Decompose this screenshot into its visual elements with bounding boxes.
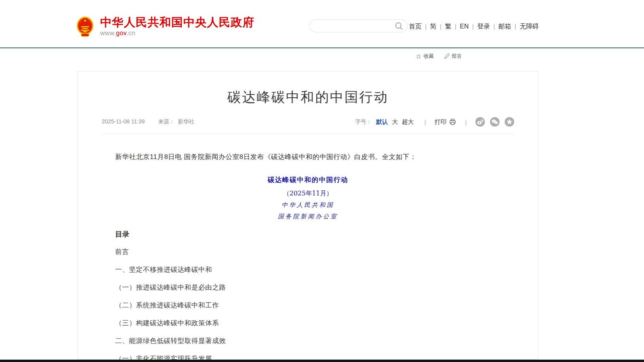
site-title: 中华人民共和国中央人民政府: [100, 16, 255, 28]
comment-label: 留言: [452, 53, 462, 60]
source-value[interactable]: 新华社: [178, 118, 194, 125]
national-emblem-icon: [76, 16, 94, 37]
site-logo-link[interactable]: 中华人民共和国中央人民政府 www.gov.cn: [76, 16, 255, 37]
font-size-default-button[interactable]: 默认: [376, 118, 388, 126]
site-url: www.gov.cn: [100, 30, 255, 37]
document-title: 碳达峰碳中和的中国行动: [102, 176, 514, 184]
nav-item-home[interactable]: 首页: [405, 22, 425, 31]
nav-item-english[interactable]: EN: [456, 22, 472, 31]
article-meta-row: 2025-11-08 11:39 来源： 新华社 字号： 默认 大 超大 | 打…: [102, 118, 514, 126]
comment-link[interactable]: 留言: [444, 53, 462, 60]
toc-heading: 目录: [115, 230, 514, 238]
font-size-xlarge-button[interactable]: 超大: [402, 118, 414, 126]
search-box: [309, 19, 408, 32]
search-icon[interactable]: [395, 22, 403, 30]
meta-separator: |: [465, 119, 467, 125]
share-icons: [475, 117, 514, 127]
table-of-contents: 目录 前言 一、坚定不移推进碳达峰碳中和 （一）推进碳达峰碳中和是必由之路 （二…: [115, 230, 514, 362]
article-meta-left: 2025-11-08 11:39 来源： 新华社: [102, 118, 194, 125]
print-button[interactable]: 打印: [435, 118, 456, 126]
publish-datetime: 2025-11-08 11:39: [102, 118, 144, 125]
article-title: 碳达峰碳中和的中国行动: [102, 89, 514, 105]
favorite-link[interactable]: 收藏: [416, 53, 434, 60]
printer-icon: [449, 118, 456, 125]
toc-item: 一、坚定不移推进碳达峰碳中和: [115, 266, 514, 273]
page-actions: 收藏 留言: [416, 53, 462, 60]
source-label: 来源：: [158, 118, 175, 125]
nav-item-traditional[interactable]: 繁: [441, 22, 455, 31]
pencil-icon: [444, 53, 450, 59]
weibo-share-icon[interactable]: [475, 117, 485, 127]
window-bottom-edge: [0, 360, 644, 362]
nav-item-login[interactable]: 登录: [474, 22, 494, 31]
star-outline-icon: [416, 53, 422, 59]
search-input[interactable]: [316, 20, 395, 32]
favorite-share-icon[interactable]: [505, 117, 514, 127]
toc-item: （二）系统推进碳达峰碳中和工作: [115, 301, 514, 309]
print-label: 打印: [435, 118, 446, 126]
favorite-label: 收藏: [424, 53, 434, 60]
nav-item-mail[interactable]: 邮箱: [495, 22, 515, 31]
font-size-label: 字号：: [355, 118, 372, 125]
article-meta-right: 字号： 默认 大 超大 | 打印 |: [355, 117, 514, 127]
meta-separator: |: [424, 119, 426, 125]
document-issuer-line2: 国务院新闻办公室: [102, 213, 514, 220]
wechat-share-icon[interactable]: [490, 117, 500, 127]
top-nav: 首页 | 简 | 繁 | EN | 登录 | 邮箱 | 无障碍: [405, 22, 542, 31]
document-heading-block: 碳达峰碳中和的中国行动 （2025年11月） 中华人民共和国 国务院新闻办公室: [102, 176, 514, 220]
nav-item-accessibility[interactable]: 无障碍: [516, 22, 542, 31]
article-card: 碳达峰碳中和的中国行动 2025-11-08 11:39 来源： 新华社 字号：…: [78, 71, 538, 360]
document-date: （2025年11月）: [102, 190, 514, 197]
toc-item: 前言: [115, 248, 514, 256]
font-size-large-button[interactable]: 大: [392, 118, 398, 126]
nav-item-simplified[interactable]: 简: [427, 22, 440, 31]
toc-item: （三）构建碳达峰碳中和政策体系: [115, 319, 514, 327]
meta-divider: [102, 134, 514, 134]
toc-item: 二、能源绿色低碳转型取得显著成效: [115, 337, 514, 345]
lead-paragraph: 新华社北京11月8日电 国务院新闻办公室8日发布《碳达峰碳中和的中国行动》白皮书…: [102, 153, 514, 161]
document-issuer-line1: 中华人民共和国: [102, 202, 514, 208]
site-identity: 中华人民共和国中央人民政府 www.gov.cn: [100, 16, 255, 37]
toc-item: （一）推进碳达峰碳中和是必由之路: [115, 284, 514, 291]
site-header: 中华人民共和国中央人民政府 www.gov.cn 首页 | 简 | 繁 | EN…: [0, 0, 644, 48]
